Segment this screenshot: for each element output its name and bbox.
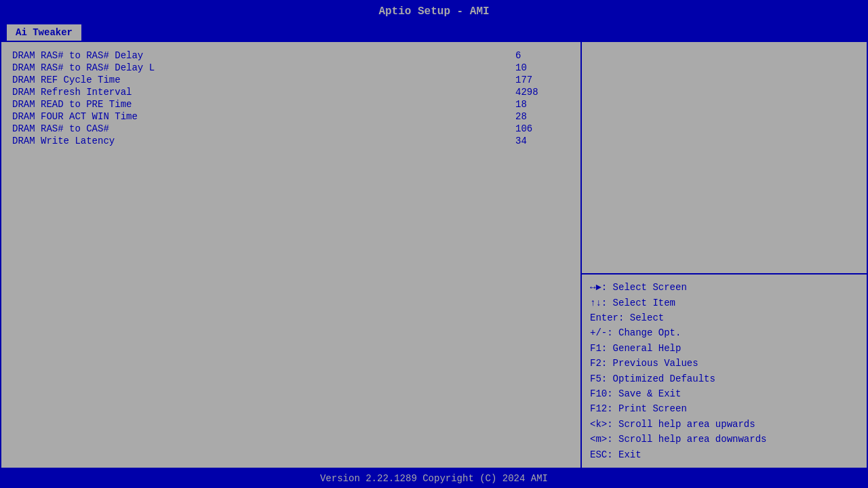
table-row[interactable]: DRAM Write Latency34 bbox=[12, 136, 570, 146]
table-row[interactable]: DRAM RAS# to CAS#106 bbox=[12, 123, 570, 134]
config-label: DRAM RAS# to RAS# Delay bbox=[12, 50, 515, 61]
app: Aptio Setup - AMI Ai Tweaker DRAM RAS# t… bbox=[0, 0, 868, 488]
key-help-row: Enter: Select bbox=[590, 310, 859, 325]
config-value: 28 bbox=[515, 111, 570, 122]
config-label: DRAM RAS# to CAS# bbox=[12, 123, 515, 134]
key-help-row: ↔►: Select Screen bbox=[590, 280, 859, 295]
title-bar: Aptio Setup - AMI bbox=[0, 0, 868, 23]
key-help-row: F2: Previous Values bbox=[590, 356, 859, 371]
key-help-row: <k>: Scroll help area upwards bbox=[590, 417, 859, 432]
key-help-row: <m>: Scroll help area downwards bbox=[590, 432, 859, 447]
key-help-row: ↑↓: Select Item bbox=[590, 296, 859, 310]
key-help-row: F5: Optimized Defaults bbox=[590, 371, 859, 386]
config-label: DRAM RAS# to RAS# Delay L bbox=[12, 62, 515, 73]
key-help-row: F10: Save & Exit bbox=[590, 386, 859, 401]
key-help-row: F12: Print Screen bbox=[590, 401, 859, 416]
active-tab[interactable]: Ai Tweaker bbox=[7, 24, 81, 41]
config-value: 18 bbox=[515, 99, 570, 110]
table-row[interactable]: DRAM RAS# to RAS# Delay L10 bbox=[12, 62, 570, 73]
main-content: DRAM RAS# to RAS# Delay6DRAM RAS# to RAS… bbox=[0, 41, 868, 469]
footer: Version 2.22.1289 Copyright (C) 2024 AMI bbox=[0, 469, 868, 488]
config-value: 4298 bbox=[515, 87, 570, 98]
key-help-row: ESC: Exit bbox=[590, 447, 859, 462]
tab-bar: Ai Tweaker bbox=[0, 23, 868, 41]
config-value: 106 bbox=[515, 123, 570, 134]
help-area bbox=[582, 42, 867, 273]
key-help-row: +/-: Change Opt. bbox=[590, 325, 859, 340]
app-title: Aptio Setup - AMI bbox=[378, 5, 489, 18]
config-value: 177 bbox=[515, 75, 570, 85]
config-label: DRAM Refresh Interval bbox=[12, 87, 515, 98]
table-row[interactable]: DRAM Refresh Interval4298 bbox=[12, 87, 570, 98]
footer-text: Version 2.22.1289 Copyright (C) 2024 AMI bbox=[320, 473, 548, 484]
right-panel: ↔►: Select Screen↑↓: Select ItemEnter: S… bbox=[582, 42, 867, 468]
config-label: DRAM FOUR ACT WIN Time bbox=[12, 111, 515, 122]
table-row[interactable]: DRAM READ to PRE Time18 bbox=[12, 99, 570, 110]
table-row[interactable]: DRAM FOUR ACT WIN Time28 bbox=[12, 111, 570, 122]
config-label: DRAM READ to PRE Time bbox=[12, 99, 515, 110]
config-value: 34 bbox=[515, 136, 570, 146]
config-label: DRAM Write Latency bbox=[12, 136, 515, 146]
config-label: DRAM REF Cycle Time bbox=[12, 75, 515, 85]
key-help-row: F1: General Help bbox=[590, 341, 859, 356]
left-panel: DRAM RAS# to RAS# Delay6DRAM RAS# to RAS… bbox=[1, 42, 582, 468]
config-value: 10 bbox=[515, 62, 570, 73]
key-help: ↔►: Select Screen↑↓: Select ItemEnter: S… bbox=[582, 274, 867, 468]
config-value: 6 bbox=[515, 50, 570, 61]
table-row[interactable]: DRAM RAS# to RAS# Delay6 bbox=[12, 50, 570, 61]
table-row[interactable]: DRAM REF Cycle Time177 bbox=[12, 75, 570, 85]
